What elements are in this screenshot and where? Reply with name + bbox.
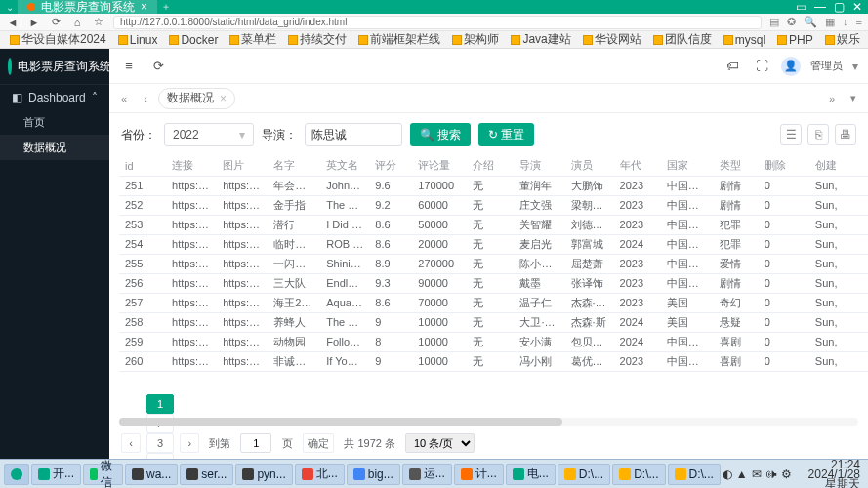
goto-input[interactable]	[240, 433, 271, 453]
table-row[interactable]: 255https://pi...https://p...一闪一...Shinin…	[119, 254, 868, 273]
shield-icon[interactable]: ✪	[787, 16, 796, 28]
table-row[interactable]: 260https://pi...https://p...非诚勿扰3If You …	[119, 351, 868, 371]
column-header[interactable]: 创建	[809, 156, 868, 176]
bookmark-item[interactable]: 华设自媒体2024	[6, 30, 110, 49]
window-maximize-icon[interactable]: ▢	[834, 0, 845, 14]
column-header[interactable]: 删除	[759, 156, 809, 176]
column-header[interactable]: 英文名	[320, 156, 369, 176]
tray-icon[interactable]: ▲	[736, 468, 748, 481]
per-page-select[interactable]: 10 条/页	[405, 433, 475, 453]
goto-confirm-button[interactable]: 确定	[303, 433, 334, 453]
taskbar-task[interactable]: 电...	[506, 464, 556, 485]
taskbar-task[interactable]: 开...	[31, 464, 81, 485]
tabs-more-icon[interactable]: ▾	[845, 90, 862, 107]
bookmark-item[interactable]: Linux	[114, 32, 162, 48]
column-header[interactable]: 名字	[268, 156, 320, 176]
column-header[interactable]: 评分	[369, 156, 412, 176]
print-icon[interactable]: 🖶	[835, 124, 856, 145]
search-icon[interactable]: 🔍	[804, 16, 817, 28]
page-next[interactable]: ›	[180, 433, 199, 453]
bookmark-item[interactable]: Java建站	[507, 30, 574, 49]
tag-icon[interactable]: 🏷	[723, 57, 742, 76]
page-number[interactable]: 1	[146, 394, 174, 414]
collapse-sidebar-icon[interactable]: ≡	[119, 57, 139, 76]
bookmark-item[interactable]: 团队信度	[649, 30, 716, 49]
export-icon[interactable]: ⎘	[807, 124, 829, 145]
column-header[interactable]: 国家	[661, 156, 714, 176]
taskbar-task[interactable]: ser...	[180, 464, 233, 485]
taskbar-task[interactable]: 运...	[402, 464, 452, 485]
column-header[interactable]: 类型	[714, 156, 759, 176]
search-button[interactable]: 🔍 搜索	[410, 123, 471, 146]
table-row[interactable]: 256https://pi...https://p...三大队Endless .…	[119, 273, 868, 293]
column-header[interactable]: 连接	[166, 156, 217, 176]
nav-star-icon[interactable]: ☆	[92, 16, 105, 29]
tray-icon[interactable]: ⚙	[781, 468, 792, 481]
column-header[interactable]: 年代	[614, 156, 661, 176]
new-tab-icon[interactable]: ＋	[161, 0, 171, 14]
tabs-home-icon[interactable]: «	[115, 90, 133, 107]
horizontal-scrollbar[interactable]	[119, 418, 858, 426]
tab-dropdown-icon[interactable]: ⌄	[6, 2, 14, 13]
nav-forward-icon[interactable]: ►	[27, 16, 41, 29]
column-header[interactable]: 演员	[565, 156, 614, 176]
table-row[interactable]: 251https://pi...https://p...年会不...Johnny…	[119, 176, 868, 195]
taskbar-task[interactable]: D:\...	[558, 464, 610, 485]
clock[interactable]: 21:24 2024/1/28 星期天	[796, 460, 860, 489]
table-row[interactable]: 254https://pi...https://p...临时劫案ROB N ..…	[119, 234, 868, 254]
director-input[interactable]	[305, 123, 402, 146]
taskbar-task[interactable]: 北...	[295, 464, 345, 485]
page-number[interactable]: 3	[146, 433, 174, 453]
bookmark-item[interactable]: 娱乐	[821, 30, 864, 49]
refresh-icon[interactable]: ⟳	[148, 57, 168, 76]
bookmark-item[interactable]: mysql	[720, 32, 769, 48]
nav-home-icon[interactable]: ⌂	[70, 16, 84, 29]
taskbar-task[interactable]: pyn...	[235, 464, 292, 485]
sidebar-item[interactable]: 首页	[0, 109, 109, 135]
column-header[interactable]: 评论量	[412, 156, 467, 176]
taskbar-task[interactable]: 微信	[83, 464, 123, 485]
url-input[interactable]: http://127.0.0.1:8000/static/html/data_g…	[113, 16, 762, 29]
column-header[interactable]: 介绍	[467, 156, 514, 176]
table-row[interactable]: 257https://pi...https://p...海王2：...Aquam…	[119, 293, 868, 312]
grid-icon[interactable]: ▦	[825, 16, 835, 28]
close-tab-icon[interactable]: ×	[220, 92, 227, 105]
taskbar-task[interactable]: 计...	[454, 464, 504, 485]
table-row[interactable]: 258https://pi...https://p...养蜂人The Bee..…	[119, 312, 868, 332]
page-prev[interactable]: ‹	[121, 433, 141, 453]
taskbar-task[interactable]: wa...	[125, 464, 178, 485]
year-select[interactable]: 2022 ▾	[164, 123, 254, 146]
window-minimize-icon[interactable]: —	[814, 0, 826, 14]
tray-icon[interactable]: ◐	[723, 468, 732, 481]
taskbar-task[interactable]: big...	[347, 464, 400, 485]
columns-icon[interactable]: ☰	[780, 124, 802, 145]
column-header[interactable]: id	[119, 156, 166, 176]
table-row[interactable]: 253https://pi...https://p...潜行I Did It .…	[119, 215, 868, 234]
taskbar-task[interactable]: D:\...	[668, 464, 721, 485]
bookmark-item[interactable]: 菜单栏	[226, 30, 280, 49]
download-icon[interactable]: ↓	[843, 16, 848, 28]
window-settings-icon[interactable]: ▭	[796, 0, 806, 14]
browser-tab[interactable]: 电影票房查询系统 ×	[18, 0, 157, 17]
fullscreen-icon[interactable]: ⛶	[752, 57, 771, 76]
table-row[interactable]: 252https://pi...https://p...金手指The Gol..…	[119, 195, 868, 215]
close-tab-icon[interactable]: ×	[141, 0, 147, 14]
tabs-back-icon[interactable]: ‹	[137, 90, 154, 107]
bookmark-item[interactable]: Docker	[165, 32, 222, 48]
tabs-forward-icon[interactable]: »	[823, 90, 841, 107]
bookmark-item[interactable]: 华设网站	[579, 30, 645, 49]
taskbar-task[interactable]: D:\...	[612, 464, 665, 485]
avatar[interactable]: 👤	[781, 57, 801, 76]
tray-icon[interactable]: ✉	[752, 468, 762, 481]
start-button[interactable]	[4, 464, 29, 485]
menu-icon[interactable]: ≡	[856, 16, 862, 28]
table-row[interactable]: 259https://pi...https://p...动物园Follow B.…	[119, 332, 868, 351]
nav-back-icon[interactable]: ◄	[6, 16, 20, 29]
column-header[interactable]: 图片	[217, 156, 268, 176]
bookmark-item[interactable]: 前端框架栏线	[354, 30, 444, 49]
feed-icon[interactable]: ▤	[769, 16, 779, 28]
content-tab[interactable]: 数据概况 ×	[158, 88, 235, 109]
chevron-down-icon[interactable]: ▾	[852, 60, 858, 73]
window-close-icon[interactable]: ✕	[852, 0, 862, 14]
bookmark-item[interactable]: PHP	[773, 32, 817, 48]
